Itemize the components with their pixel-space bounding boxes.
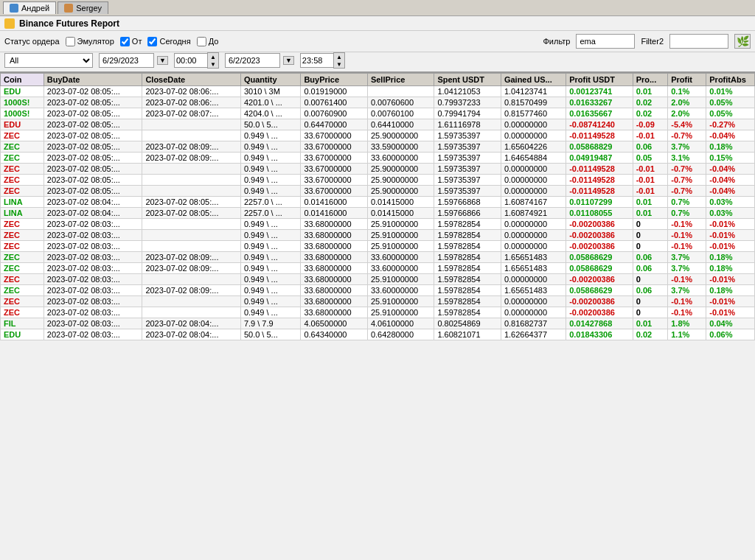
table-row[interactable]: ZEC2023-07-02 08:03:...0.949 \ ...33.680… [1,296,755,307]
col-header-quantity[interactable]: Quantity [240,74,300,86]
table-cell: 0.01108055 [566,208,633,219]
table-cell: 0.949 \ ... [240,241,300,252]
emulator-checkbox-group[interactable]: Эмулятор [66,37,114,46]
filter2-input[interactable] [669,34,728,49]
table-row[interactable]: ZEC2023-07-02 08:03:...0.949 \ ...33.680… [1,219,755,230]
from-checkbox-group[interactable]: От [120,37,142,46]
col-header-coin[interactable]: Coin [1,74,44,86]
table-row[interactable]: ZEC2023-07-02 08:05:...0.949 \ ...33.670… [1,175,755,186]
table-cell: ZEC [1,230,44,241]
table-cell: -0.01149528 [566,164,633,175]
table-cell: 1.1% [668,329,706,340]
table-cell: 2023-07-02 08:04:... [44,208,142,219]
table-row[interactable]: 1000S!2023-07-02 08:05:...2023-07-02 08:… [1,108,755,119]
table-cell: 0.06 [633,141,668,153]
today-checkbox-group[interactable]: Сегодня [147,37,190,46]
col-header-profitabs[interactable]: ProfitAbs [706,74,755,86]
col-header-profitusdt[interactable]: Profit USDT [566,74,633,86]
from-date-input[interactable]: 6/29/2023 [99,53,154,68]
table-cell: 1.59782854 [434,230,501,241]
table-row[interactable]: FIL2023-07-02 08:03:...2023-07-02 08:04:… [1,318,755,329]
table-cell: 0.04% [706,318,755,329]
table-cell: 1.65651483 [501,263,566,274]
tab-andrey[interactable]: Андрей [3,1,56,14]
from-date-dropdown[interactable]: ▼ [157,56,168,65]
table-row[interactable]: 1000S!2023-07-02 08:05:...2023-07-02 08:… [1,97,755,108]
table-cell: 0.949 \ ... [240,274,300,285]
filter-icon-button[interactable]: 🌿 [734,34,751,49]
table-cell: 33.68000000 [301,263,368,274]
to-time-input[interactable]: 23:58 [300,53,333,68]
col-header-buyprice[interactable]: BuyPrice [301,74,368,86]
table-row[interactable]: ZEC2023-07-02 08:03:...2023-07-02 08:09:… [1,285,755,296]
table-row[interactable]: EDU2023-07-02 08:05:...2023-07-02 08:06:… [1,86,755,97]
table-row[interactable]: ZEC2023-07-02 08:03:...2023-07-02 08:09:… [1,252,755,263]
table-cell: 50.0 \ 5... [240,329,300,340]
table-row[interactable]: ZEC2023-07-02 08:05:...0.949 \ ...33.670… [1,164,755,175]
table-cell: 2023-07-02 08:05:... [44,175,142,186]
table-cell: 0.01 [633,197,668,208]
to-time-down[interactable]: ▼ [334,60,344,68]
table-cell: -0.01 [633,186,668,197]
table-cell: 0.79937233 [434,97,501,108]
tab-sergey[interactable]: Sergey [58,1,108,14]
col-header-buydate[interactable]: BuyDate [44,74,142,86]
table-cell: -0.1% [668,230,706,241]
from-time-down[interactable]: ▼ [208,60,218,68]
from-time-up[interactable]: ▲ [208,53,218,60]
col-header-gained[interactable]: Gained US... [501,74,566,86]
table-cell: 3010 \ 3M [240,86,300,97]
from-time-input[interactable]: 00:00 [174,53,207,68]
table-row[interactable]: LINA2023-07-02 08:04:...2023-07-02 08:05… [1,208,755,219]
to-date-dropdown[interactable]: ▼ [283,56,294,65]
table-row[interactable]: ZEC2023-07-02 08:05:...0.949 \ ...33.670… [1,186,755,197]
from-time-spinner: 00:00 ▲ ▼ [174,52,219,69]
col-header-sellprice[interactable]: SellPrice [367,74,434,86]
table-cell: 0.00000000 [501,130,566,141]
filter-input[interactable]: ema [576,34,635,49]
table-cell: 33.67000000 [301,130,368,141]
col-header-profit[interactable]: Profit [668,74,706,86]
to-checkbox-group[interactable]: До [197,37,219,46]
col-header-closedate[interactable]: CloseDate [142,74,241,86]
table-row[interactable]: EDU2023-07-02 08:05:...50.0 \ 5...0.6447… [1,119,755,130]
table-cell: -0.1% [668,307,706,318]
table-row[interactable]: ZEC2023-07-02 08:03:...2023-07-02 08:09:… [1,263,755,274]
table-cell: 2.0% [668,108,706,119]
table-cell: 7.9 \ 7.9 [240,318,300,329]
table-header-row: Coin BuyDate CloseDate Quantity BuyPrice… [1,74,755,86]
col-header-spent[interactable]: Spent USDT [434,74,501,86]
today-checkbox[interactable] [147,37,157,46]
table-row[interactable]: ZEC2023-07-02 08:05:...0.949 \ ...33.670… [1,130,755,141]
table-row[interactable]: EDU2023-07-02 08:03:...2023-07-02 08:04:… [1,329,755,340]
from-checkbox[interactable] [120,37,130,46]
table-cell [142,119,241,130]
to-date-input[interactable]: 6/2/2023 [225,53,280,68]
table-cell: 2023-07-02 08:03:... [44,252,142,263]
table-cell: 33.68000000 [301,252,368,263]
table-cell: 33.59000000 [367,141,434,153]
table-cell: -0.1% [668,274,706,285]
to-time-up[interactable]: ▲ [334,53,344,60]
table-row[interactable]: ZEC2023-07-02 08:03:...0.949 \ ...33.680… [1,241,755,252]
table-row[interactable]: ZEC2023-07-02 08:05:...2023-07-02 08:09:… [1,141,755,153]
to-checkbox[interactable] [197,37,206,46]
table-cell: 0.00760900 [301,108,368,119]
emulator-checkbox[interactable] [66,37,75,46]
emulator-label: Эмулятор [77,37,114,46]
from-time-btns: ▲ ▼ [207,52,219,69]
table-cell: 0.80254869 [434,318,501,329]
table-cell: 0.05868629 [566,285,633,296]
table-row[interactable]: ZEC2023-07-02 08:03:...0.949 \ ...33.680… [1,230,755,241]
col-header-pro[interactable]: Pro... [633,74,668,86]
table-row[interactable]: LINA2023-07-02 08:04:...2023-07-02 08:05… [1,197,755,208]
table-cell: 0.01416000 [301,197,368,208]
status-select[interactable]: All [4,53,93,68]
table-cell: 2023-07-02 08:05:... [44,130,142,141]
table-row[interactable]: ZEC2023-07-02 08:03:...0.949 \ ...33.680… [1,307,755,318]
binance-icon [4,18,15,29]
table-row[interactable]: ZEC2023-07-02 08:05:...2023-07-02 08:09:… [1,153,755,164]
table-row[interactable]: ZEC2023-07-02 08:03:...0.949 \ ...33.680… [1,274,755,285]
table-cell: 0.949 \ ... [240,263,300,274]
table-cell: 1.60821071 [434,329,501,340]
